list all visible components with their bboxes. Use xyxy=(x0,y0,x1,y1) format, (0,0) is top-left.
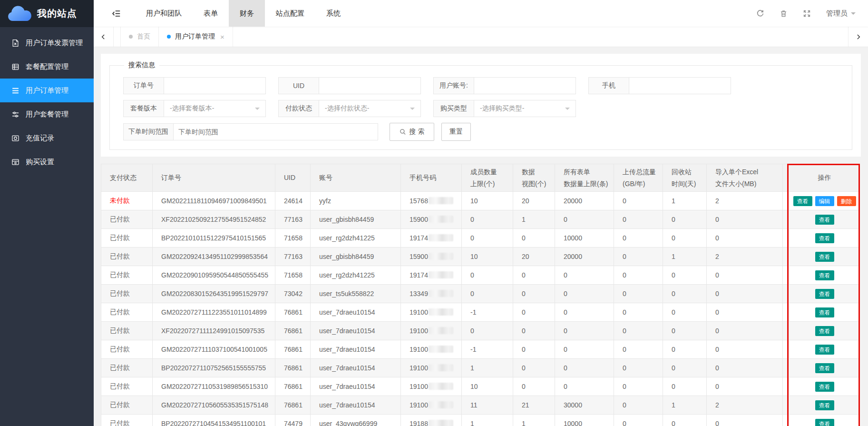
redacted-phone xyxy=(429,420,453,426)
view-button[interactable]: 查看 xyxy=(815,270,834,280)
recycle-days-cell: 0 xyxy=(663,359,707,377)
actions-cell: 查看 xyxy=(789,266,860,285)
sidebar-item[interactable]: 套餐配置管理 xyxy=(0,55,94,79)
delete-button[interactable]: 删除 xyxy=(837,196,856,206)
view-button[interactable]: 查看 xyxy=(815,363,834,373)
table-row: 已付款BP2022072711075256515555575576861user… xyxy=(101,359,860,377)
app-window: 我的站点 用户订单发票管理套餐配置管理用户订单管理用户套餐管理充值记录购买设置 … xyxy=(0,0,868,426)
view-button[interactable]: 查看 xyxy=(815,252,834,262)
top-menu-item[interactable]: 表单 xyxy=(193,0,229,27)
close-icon[interactable]: × xyxy=(220,33,224,41)
order-no-input[interactable] xyxy=(164,77,266,94)
redacted-phone xyxy=(429,401,453,408)
page-tab[interactable]: 首页 xyxy=(120,27,159,47)
edit-button[interactable]: 编辑 xyxy=(815,196,834,206)
order-no-cell: GM20220830152643519951529797 xyxy=(153,285,275,303)
order-no-group: 订单号 xyxy=(123,77,266,94)
phone-cell: 19174 xyxy=(401,229,462,248)
refresh-icon[interactable] xyxy=(756,10,764,18)
column-header: 回收站 时间(天) xyxy=(663,164,707,192)
sidebar-item[interactable]: 用户订单发票管理 xyxy=(0,31,94,55)
view-button[interactable]: 查看 xyxy=(815,289,834,299)
uid-cell: 73042 xyxy=(275,285,311,303)
data-views-cell: 0 xyxy=(513,377,555,396)
sidebar-item-label: 套餐配置管理 xyxy=(26,62,68,71)
tab-label: 用户订单管理 xyxy=(175,32,215,41)
uid-input[interactable] xyxy=(319,77,421,94)
table-row: 已付款GM2022072711122355101101489976861user… xyxy=(101,303,860,322)
sidebar-item[interactable]: 充值记录 xyxy=(0,126,94,150)
sidebar-item[interactable]: 用户订单管理 xyxy=(0,79,94,102)
page-tab[interactable]: 用户订单管理× xyxy=(158,27,233,47)
clipped-cell xyxy=(783,192,789,210)
column-header: 支付状态 xyxy=(101,164,153,192)
sidebar-item[interactable]: 用户套餐管理 xyxy=(0,102,94,126)
top-menu-item[interactable]: 财务 xyxy=(229,0,265,27)
view-button[interactable]: 查看 xyxy=(815,419,834,426)
actions-cell: 查看 xyxy=(789,248,860,266)
site-logo: 我的站点 xyxy=(0,0,94,27)
order-no-cell: GM20220727111223551011014899 xyxy=(153,303,275,322)
member-limit-cell: 10 xyxy=(462,248,513,266)
account-cell: yyfz xyxy=(311,192,401,210)
tabs-scroll-left-icon[interactable] xyxy=(94,27,114,47)
upload-traffic-cell: 0 xyxy=(614,322,663,340)
data-views-cell: 0 xyxy=(513,322,555,340)
top-menu-item[interactable]: 用户和团队 xyxy=(135,0,193,27)
data-views-cell: 0 xyxy=(513,359,555,377)
data-views-cell: 0 xyxy=(513,340,555,359)
view-button[interactable]: 查看 xyxy=(815,215,834,225)
member-limit-cell: 0 xyxy=(462,266,513,285)
sidebar-menu: 用户订单发票管理套餐配置管理用户订单管理用户套餐管理充值记录购买设置 xyxy=(0,27,94,174)
view-button[interactable]: 查看 xyxy=(815,345,834,355)
search-button[interactable]: 搜 索 xyxy=(390,123,434,141)
data-views-cell: 0 xyxy=(513,266,555,285)
account-cell: user_gbisbh84459 xyxy=(311,248,401,266)
view-button[interactable]: 查看 xyxy=(815,326,834,336)
order-no-cell: XF20220727111124991015097535 xyxy=(153,322,275,340)
sidebar-item[interactable]: 购买设置 xyxy=(0,150,94,174)
actions-cell: 查看 xyxy=(789,285,860,303)
phone-input[interactable] xyxy=(629,77,731,94)
upload-traffic-cell: 0 xyxy=(614,229,663,248)
pay-status-select[interactable]: -选择付款状态- xyxy=(319,100,421,117)
actions-column-header: 操作 xyxy=(789,164,860,192)
member-limit-cell: -1 xyxy=(462,340,513,359)
account-cell: user_gbisbh84459 xyxy=(311,210,401,229)
tabs-scroll-right-icon[interactable] xyxy=(848,27,868,47)
open-tabs: 首页用户订单管理× xyxy=(120,27,233,47)
top-menu-item[interactable]: 站点配置 xyxy=(265,0,315,27)
view-button[interactable]: 查看 xyxy=(793,196,812,206)
search-row-2: 套餐版本 -选择套餐版本- 付款状态 -选择付款状态- xyxy=(123,100,842,117)
fullscreen-icon[interactable] xyxy=(803,10,811,18)
uid-cell: 71658 xyxy=(275,266,311,285)
recycle-days-cell: 0 xyxy=(663,285,707,303)
view-button[interactable]: 查看 xyxy=(815,307,834,317)
collapse-menu-icon[interactable] xyxy=(112,9,121,18)
upload-traffic-cell: 0 xyxy=(614,377,663,396)
view-button[interactable]: 查看 xyxy=(815,233,834,243)
top-menu-item[interactable]: 系统 xyxy=(315,0,351,27)
account-input[interactable] xyxy=(474,77,576,94)
admin-dropdown[interactable]: 管理员 xyxy=(826,9,856,18)
account-cell: user_7draeu10154 xyxy=(311,303,401,322)
actions-cell: 查看 xyxy=(789,396,860,415)
view-button[interactable]: 查看 xyxy=(815,400,834,410)
order-no-cell: BP20220727104541534951100101 xyxy=(153,415,275,426)
uid-cell: 76861 xyxy=(275,359,311,377)
time-range-input[interactable] xyxy=(174,123,378,140)
search-button-label: 搜 索 xyxy=(410,128,425,136)
table-header-row: 支付状态订单号UID账号手机号码成员数量 上限(个)数据 视图(个)所有表单 数… xyxy=(101,164,860,192)
excel-size-cell: 0 xyxy=(707,340,783,359)
reset-button[interactable]: 重置 xyxy=(441,123,471,141)
buy-type-select[interactable]: -选择购买类型- xyxy=(474,100,576,117)
view-button[interactable]: 查看 xyxy=(815,382,834,392)
form-data-limit-cell: 0 xyxy=(555,340,614,359)
column-header: 导入单个Excel 文件大小(MB) xyxy=(707,164,783,192)
package-version-select[interactable]: -选择套餐版本- xyxy=(164,100,266,117)
buy-type-label: 购买类型 xyxy=(433,100,474,117)
actions-cell: 查看 xyxy=(789,415,860,426)
trash-icon[interactable] xyxy=(780,10,788,18)
package-icon xyxy=(11,63,20,71)
recycle-days-cell: 1 xyxy=(663,248,707,266)
